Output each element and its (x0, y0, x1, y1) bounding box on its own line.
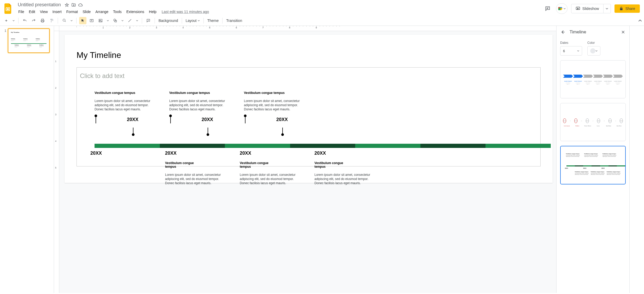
dates-select[interactable]: 6 (560, 46, 582, 56)
move-folder-icon[interactable] (71, 3, 76, 7)
background-button[interactable]: Background (157, 17, 179, 24)
textbox-tool[interactable] (88, 17, 95, 24)
menu-slide[interactable]: Slide (80, 9, 93, 15)
filmstrip[interactable]: 1 My Timeline VestibulumLorem ipsum dolo… (0, 26, 54, 293)
ruler-vertical: 12345 (54, 31, 59, 293)
svg-point-3 (63, 19, 65, 21)
menu-edit[interactable]: Edit (27, 9, 37, 15)
timeline-panel: Timeline Dates 6 Color (556, 26, 629, 293)
slideshow-button-group: Slideshow (571, 4, 611, 13)
meet-button[interactable] (556, 3, 567, 14)
image-tool[interactable] (97, 17, 104, 24)
shape-dropdown[interactable] (120, 17, 125, 24)
menu-extensions[interactable]: Extensions (124, 9, 146, 15)
slide-thumbnail-1[interactable]: 1 My Timeline VestibulumLorem ipsum dolo… (3, 28, 54, 53)
paint-format-button[interactable] (48, 17, 55, 24)
new-slide-dropdown[interactable] (11, 17, 16, 24)
print-button[interactable] (39, 17, 46, 24)
timeline-diagram: Vestibulum congue tempus Lorem ipsum dol… (85, 91, 551, 185)
slide-canvas[interactable]: My Timeline Click to add text Vestibulum… (65, 35, 553, 183)
menu-format[interactable]: Format (64, 9, 80, 15)
doc-title[interactable]: Untitled presentation (16, 2, 62, 8)
chevron-down-icon (564, 8, 566, 10)
color-select[interactable] (587, 46, 600, 56)
select-tool[interactable] (79, 17, 86, 24)
layout-button[interactable]: Layout (185, 17, 201, 24)
slideshow-label: Slideshow (582, 7, 599, 11)
menu-insert[interactable]: Insert (50, 9, 64, 15)
share-label: Share (625, 7, 635, 11)
dates-label: Dates (560, 41, 582, 45)
menu-help[interactable]: Help (147, 9, 159, 15)
slide-number: 1 (3, 28, 6, 53)
line-tool[interactable] (126, 17, 133, 24)
title-bar: Untitled presentation File Edit View Ins… (0, 0, 644, 15)
color-swatch (590, 48, 595, 53)
transition-button[interactable]: Transition (225, 17, 243, 24)
toolbar: Background Layout Theme Transition (0, 15, 644, 26)
side-rail (629, 26, 644, 293)
present-icon (576, 6, 580, 11)
theme-button[interactable]: Theme (206, 17, 220, 24)
panel-title: Timeline (570, 29, 616, 35)
line-dropdown[interactable] (135, 17, 139, 24)
chevron-down-icon (577, 50, 579, 52)
redo-button[interactable] (30, 17, 37, 24)
slide-title[interactable]: My Timeline (77, 50, 541, 60)
svg-rect-5 (99, 19, 102, 22)
menu-file[interactable]: File (16, 9, 26, 15)
collapse-toolbar-icon[interactable] (638, 19, 642, 22)
ruler-corner (54, 26, 59, 31)
menu-tools[interactable]: Tools (111, 9, 124, 15)
cloud-status-icon[interactable] (78, 3, 83, 7)
menu-arrange[interactable]: Arrange (93, 9, 110, 15)
star-icon[interactable] (65, 3, 69, 7)
menu-view[interactable]: View (38, 9, 50, 15)
template-option-3[interactable]: Vestibulum congue tempusLorem ipsum dolo… (560, 146, 626, 184)
ruler-horizontal: 123456789 (59, 26, 556, 31)
text-placeholder[interactable]: Click to add text Vestibulum congue temp… (77, 67, 541, 166)
chevron-down-icon (606, 7, 608, 10)
undo-button[interactable] (21, 17, 28, 24)
menu-bar: File Edit View Insert Format Slide Arran… (16, 8, 540, 15)
chevron-down-icon (595, 50, 598, 52)
image-dropdown[interactable] (106, 17, 110, 24)
template-option-2[interactable]: 20XX 20XX 20XX 20XX 20XX 20XX Lorem Ipsu… (560, 103, 626, 141)
share-button[interactable]: Share (614, 4, 640, 13)
zoom-button[interactable] (61, 17, 68, 24)
zoom-dropdown[interactable] (69, 17, 74, 24)
canvas-area[interactable]: 123456789 12345 My Timeline Click to add… (54, 26, 556, 293)
color-label: Color (587, 41, 600, 45)
svg-rect-1 (7, 8, 9, 10)
last-edit-link[interactable]: Last edit was 11 minutes ago (162, 10, 209, 14)
comment-button[interactable] (145, 17, 152, 24)
lock-icon (619, 7, 623, 11)
shape-tool[interactable] (112, 17, 119, 24)
template-option-1[interactable]: Lorem Ipsum Lorem Ipsum Lorem Ipsum Lore… (560, 60, 626, 98)
new-slide-button[interactable] (3, 17, 10, 24)
slideshow-button[interactable]: Slideshow (571, 4, 603, 13)
slideshow-dropdown[interactable] (603, 4, 611, 13)
comments-icon[interactable] (543, 4, 552, 13)
panel-back-icon[interactable] (560, 29, 566, 35)
panel-close-icon[interactable] (620, 29, 626, 35)
app-slides-icon[interactable] (3, 3, 14, 14)
